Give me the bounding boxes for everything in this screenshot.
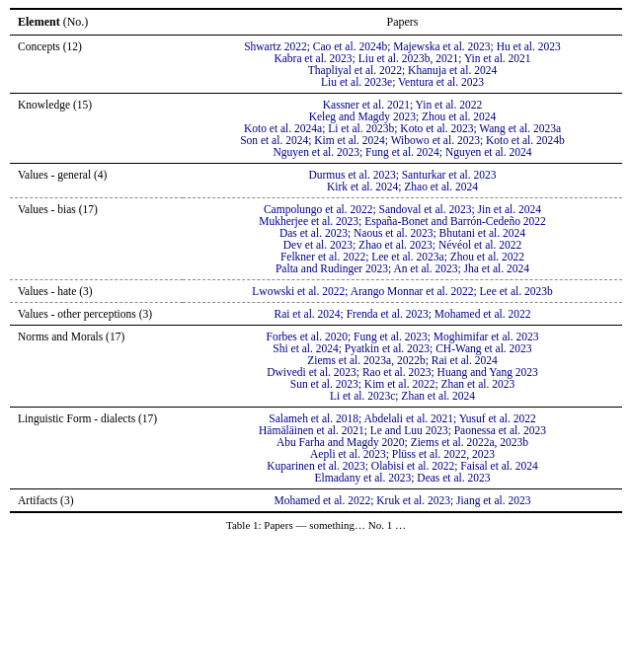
paper-line: Son et al. 2024; Kim et al. 2024; Wibowo… [240,134,565,146]
paper-line: Kabra et al. 2023; Liu et al. 2023b, 202… [274,52,530,64]
paper-line: Das et al. 2023; Naous et al. 2023; Bhut… [279,227,525,239]
table-row: Artifacts (3)Mohamed et al. 2022; Kruk e… [10,489,622,513]
paper-line: Durmus et al. 2023; Santurkar et al. 202… [308,169,496,181]
element-cell: Values - other perceptions (3) [10,303,183,326]
main-table-wrapper: Element (No.) Papers Concepts (12)Shwart… [0,0,632,547]
table-row: Concepts (12)Shwartz 2022; Cao et al. 20… [10,36,622,94]
table-caption: Table 1: Papers — something… No. 1 … [10,519,622,531]
paper-line: Dev et al. 2023; Zhao et al. 2023; Névéo… [283,239,521,251]
papers-cell: Shwartz 2022; Cao et al. 2024b; Majewska… [183,36,622,94]
paper-line: Rai et al. 2024; Frenda et al. 2023; Moh… [275,308,531,320]
table-row: Values - general (4)Durmus et al. 2023; … [10,164,622,198]
paper-line: Salameh et al. 2018; Abdelali et al. 202… [269,412,535,424]
element-cell: Linguistic Form - dialects (17) [10,408,183,489]
element-cell: Artifacts (3) [10,489,183,513]
paper-line: Koto et al. 2024a; Li et al. 2023b; Koto… [244,122,561,134]
paper-line: Hämäläinen et al. 2021; Le and Luu 2023;… [259,424,546,436]
papers-cell: Campolungo et al. 2022; Sandoval et al. … [183,198,622,280]
paper-line: Kuparinen et al. 2023; Olabisi et al. 20… [267,460,538,472]
element-cell: Values - bias (17) [10,198,183,280]
paper-line: Thapliyal et al. 2022; Khanuja et al. 20… [308,64,497,76]
paper-line: Palta and Rudinger 2023; An et al. 2023;… [276,262,529,274]
papers-cell: Salameh et al. 2018; Abdelali et al. 202… [183,408,622,489]
paper-line: Shi et al. 2024; Pyatkin et al. 2023; CH… [273,342,531,354]
element-cell: Concepts (12) [10,36,183,94]
papers-cell: Mohamed et al. 2022; Kruk et al. 2023; J… [183,489,622,513]
paper-line: Lwowski et al. 2022; Arango Monnar et al… [252,285,552,297]
table-row: Values - hate (3)Lwowski et al. 2022; Ar… [10,280,622,303]
paper-line: Liu et al. 2023e; Ventura et al. 2023 [321,76,484,88]
paper-line: Abu Farha and Magdy 2020; Ziems et al. 2… [276,436,528,448]
paper-line: Nguyen et al. 2023; Fung et al. 2024; Ng… [274,146,532,158]
paper-line: Felkner et al. 2022; Lee et al. 2023a; Z… [280,251,524,262]
papers-cell: Durmus et al. 2023; Santurkar et al. 202… [183,164,622,198]
paper-line: Shwartz 2022; Cao et al. 2024b; Majewska… [244,40,561,52]
element-cell: Norms and Morals (17) [10,326,183,408]
paper-line: Elmadany et al. 2023; Deas et al. 2023 [315,472,491,484]
papers-cell: Kassner et al. 2021; Yin et al. 2022Kele… [183,94,622,164]
paper-line: Forbes et al. 2020; Fung et al. 2023; Mo… [267,331,539,342]
element-cell: Knowledge (15) [10,94,183,164]
table-row: Norms and Morals (17)Forbes et al. 2020;… [10,326,622,408]
element-column-header: Element (No.) [10,9,183,36]
element-header-paren: (No.) [63,15,89,29]
paper-line: Mohamed et al. 2022; Kruk et al. 2023; J… [275,494,531,506]
element-header-bold: Element [18,15,60,29]
papers-table: Element (No.) Papers Concepts (12)Shwart… [10,8,622,513]
paper-line: Kassner et al. 2021; Yin et al. 2022 [323,99,483,111]
paper-line: Kirk et al. 2024; Zhao et al. 2024 [327,181,478,192]
table-row: Values - bias (17)Campolungo et al. 2022… [10,198,622,280]
papers-column-header: Papers [183,9,622,36]
paper-line: Campolungo et al. 2022; Sandoval et al. … [264,203,541,215]
papers-cell: Lwowski et al. 2022; Arango Monnar et al… [183,280,622,303]
table-row: Knowledge (15)Kassner et al. 2021; Yin e… [10,94,622,164]
table-row: Values - other perceptions (3)Rai et al.… [10,303,622,326]
element-cell: Values - hate (3) [10,280,183,303]
table-row: Linguistic Form - dialects (17)Salameh e… [10,408,622,489]
paper-line: Mukherjee et al. 2023; España-Bonet and … [259,215,546,227]
paper-line: Keleg and Magdy 2023; Zhou et al. 2024 [309,111,497,122]
element-cell: Values - general (4) [10,164,183,198]
paper-line: Dwivedi et al. 2023; Rao et al. 2023; Hu… [267,366,538,378]
paper-line: Aepli et al. 2023; Plüss et al. 2022, 20… [310,448,495,460]
paper-line: Li et al. 2023c; Zhan et al. 2024 [330,390,475,402]
papers-cell: Forbes et al. 2020; Fung et al. 2023; Mo… [183,326,622,408]
paper-line: Ziems et al. 2023a, 2022b; Rai et al. 20… [307,354,498,366]
paper-line: Sun et al. 2023; Kim et al. 2022; Zhan e… [290,378,514,390]
papers-cell: Rai et al. 2024; Frenda et al. 2023; Moh… [183,303,622,326]
